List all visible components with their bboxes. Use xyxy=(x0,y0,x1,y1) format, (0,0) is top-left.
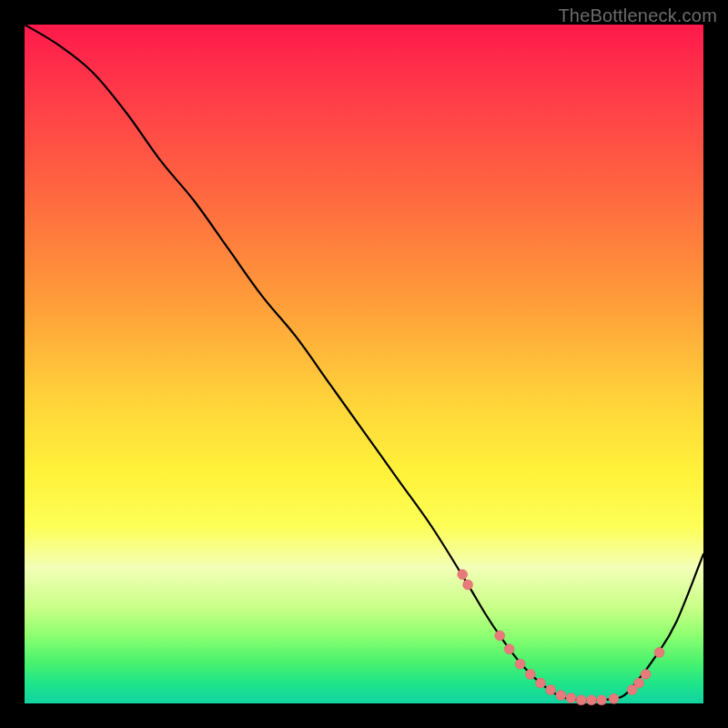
marker-dot xyxy=(556,691,566,701)
plot-area xyxy=(25,25,703,703)
bottleneck-curve xyxy=(25,25,703,701)
marker-dot xyxy=(609,693,619,703)
marker-dot xyxy=(458,570,468,580)
marker-dot xyxy=(597,695,607,705)
curve-layer xyxy=(25,25,703,703)
attribution-text: TheBottleneck.com xyxy=(558,5,717,26)
chart-frame: TheBottleneck.com xyxy=(0,0,728,728)
marker-dot xyxy=(504,644,514,654)
marker-dot xyxy=(586,695,596,705)
marker-dot xyxy=(634,678,644,688)
marker-dot xyxy=(576,695,586,705)
marker-dot xyxy=(525,669,535,679)
marker-dot xyxy=(546,685,556,695)
marker-dot xyxy=(515,659,525,669)
marker-dot xyxy=(654,648,664,658)
marker-dot xyxy=(536,678,546,688)
marker-dot xyxy=(566,693,576,703)
marker-dot xyxy=(641,669,651,679)
marker-dot xyxy=(495,631,505,641)
marker-dot xyxy=(463,580,473,590)
